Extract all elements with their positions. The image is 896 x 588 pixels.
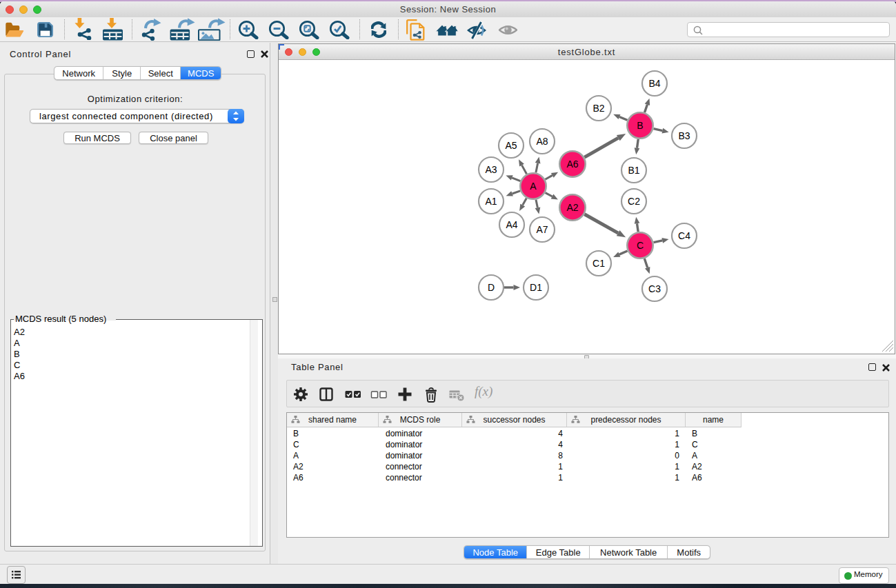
svg-text:A3: A3 bbox=[485, 164, 497, 175]
svg-text:A6: A6 bbox=[566, 159, 578, 170]
svg-text:A2: A2 bbox=[566, 202, 578, 213]
svg-text:D: D bbox=[488, 282, 495, 293]
svg-text:B3: B3 bbox=[678, 130, 690, 141]
svg-text:C: C bbox=[637, 240, 644, 251]
svg-text:C4: C4 bbox=[678, 230, 690, 241]
svg-text:B4: B4 bbox=[648, 78, 660, 89]
svg-text:B1: B1 bbox=[628, 165, 639, 176]
svg-text:A8: A8 bbox=[536, 136, 548, 147]
svg-text:A7: A7 bbox=[536, 224, 548, 235]
svg-text:B: B bbox=[637, 120, 643, 131]
svg-text:D1: D1 bbox=[530, 282, 542, 293]
svg-text:B2: B2 bbox=[593, 103, 604, 114]
svg-text:A4: A4 bbox=[506, 219, 517, 230]
svg-text:C2: C2 bbox=[628, 196, 640, 207]
svg-text:A1: A1 bbox=[485, 196, 497, 207]
svg-text:C1: C1 bbox=[593, 258, 605, 269]
svg-text:C3: C3 bbox=[648, 283, 661, 294]
svg-text:A: A bbox=[530, 181, 537, 192]
svg-text:A5: A5 bbox=[505, 140, 517, 151]
